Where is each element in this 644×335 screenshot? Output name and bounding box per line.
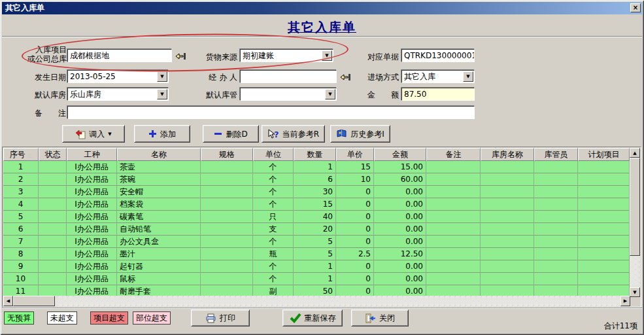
cell[interactable]: 0 <box>336 211 374 223</box>
cell[interactable]: I办公用品 <box>67 186 117 198</box>
cell[interactable] <box>201 260 253 273</box>
cell[interactable]: 8 <box>3 248 39 260</box>
table-row[interactable]: 8I办公用品墨汁瓶52.512.50 <box>3 248 630 260</box>
cell[interactable]: 0 <box>336 198 374 211</box>
column-header[interactable]: 备注 <box>426 148 481 161</box>
cell[interactable] <box>39 186 67 198</box>
horizontal-scrollbar[interactable]: ◀ ▶ <box>3 296 630 306</box>
scroll-up-icon[interactable]: ▲ <box>630 148 640 158</box>
cell[interactable] <box>426 248 481 260</box>
cell[interactable]: 10 <box>3 273 39 285</box>
cell[interactable]: 6 <box>294 173 336 186</box>
scroll-down-icon[interactable]: ▼ <box>630 287 640 297</box>
cell[interactable] <box>39 260 67 273</box>
horizontal-scroll-thumb[interactable] <box>13 296 55 306</box>
cell[interactable] <box>426 273 481 285</box>
delete-button[interactable]: 删除D <box>203 125 259 143</box>
cell[interactable] <box>534 173 578 186</box>
cell[interactable]: 7 <box>3 236 39 248</box>
column-header[interactable]: 数量 <box>294 148 336 161</box>
date-select[interactable]: 2013-05-25 ▼ <box>67 70 169 83</box>
cell[interactable] <box>426 260 481 273</box>
cell[interactable]: 1 <box>294 161 336 173</box>
close-button[interactable]: 关闭 <box>351 309 409 326</box>
picker-hand-icon[interactable] <box>175 51 187 62</box>
cell[interactable]: 15 <box>336 161 374 173</box>
column-header[interactable]: 单价 <box>336 148 374 161</box>
table-row[interactable]: 10I办公用品鼠标个100.00 <box>3 273 630 285</box>
cell[interactable] <box>39 223 67 236</box>
cell[interactable]: 5 <box>294 248 336 260</box>
cell[interactable]: 6 <box>3 223 39 236</box>
column-header[interactable]: 序号△ <box>3 148 39 161</box>
cell[interactable]: I办公用品 <box>67 223 117 236</box>
cell[interactable] <box>481 223 534 236</box>
cell[interactable]: 40 <box>294 211 336 223</box>
cell[interactable] <box>481 211 534 223</box>
import-button[interactable]: 调入 ▼ <box>62 125 125 143</box>
cell[interactable] <box>534 223 578 236</box>
cell[interactable]: 2.5 <box>336 248 374 260</box>
cell[interactable] <box>481 236 534 248</box>
cell[interactable] <box>39 161 67 173</box>
cell[interactable] <box>578 173 630 186</box>
cell[interactable] <box>201 273 253 285</box>
cell[interactable]: 15.00 <box>374 161 426 173</box>
cell[interactable]: 3 <box>3 186 39 198</box>
column-header[interactable]: 金额 <box>374 148 426 161</box>
cell[interactable] <box>481 161 534 173</box>
cell[interactable] <box>578 260 630 273</box>
cell[interactable] <box>534 260 578 273</box>
handler-input[interactable] <box>240 70 337 83</box>
cell[interactable] <box>578 236 630 248</box>
history-reference-button[interactable]: 历史参考I <box>330 125 390 143</box>
column-header[interactable]: 名称 <box>117 148 201 161</box>
scroll-right-icon[interactable]: ▶ <box>620 296 630 306</box>
cell[interactable]: 个 <box>253 236 294 248</box>
cell[interactable]: 2 <box>3 173 39 186</box>
cell[interactable]: 瓶 <box>253 248 294 260</box>
cell[interactable] <box>201 223 253 236</box>
title-bar[interactable]: 其它入库单 × <box>2 2 642 14</box>
chevron-down-icon[interactable]: ▼ <box>325 89 335 99</box>
cell[interactable]: 30 <box>294 186 336 198</box>
cell[interactable]: 0.00 <box>374 260 426 273</box>
cell[interactable]: I办公用品 <box>67 273 117 285</box>
cell[interactable] <box>534 248 578 260</box>
cell[interactable] <box>578 211 630 223</box>
cell[interactable] <box>201 248 253 260</box>
cell[interactable] <box>578 273 630 285</box>
cell[interactable]: 1 <box>294 260 336 273</box>
cell[interactable]: 0.00 <box>374 223 426 236</box>
cell[interactable]: 0.00 <box>374 186 426 198</box>
add-button[interactable]: 添加 <box>134 125 190 143</box>
cell[interactable] <box>39 248 67 260</box>
chevron-down-icon[interactable]: ▼ <box>322 50 332 61</box>
picker-hand-icon[interactable] <box>340 72 352 82</box>
cell[interactable] <box>481 198 534 211</box>
cell[interactable] <box>201 198 253 211</box>
keeper-select[interactable]: ▼ <box>240 88 337 101</box>
cell[interactable] <box>426 198 481 211</box>
cell[interactable]: 个 <box>253 161 294 173</box>
remark-input[interactable] <box>67 106 475 119</box>
column-header[interactable]: 计划项目 <box>578 148 630 161</box>
cell[interactable] <box>201 173 253 186</box>
cell[interactable]: 个 <box>253 273 294 285</box>
cell[interactable]: I办公用品 <box>67 161 117 173</box>
cell[interactable]: 15 <box>294 198 336 211</box>
cell[interactable]: 1 <box>294 273 336 285</box>
cell[interactable] <box>578 223 630 236</box>
cell[interactable]: 0.00 <box>374 273 426 285</box>
column-header[interactable]: 状态 <box>39 148 67 161</box>
table-row[interactable]: 4I办公用品档案袋个1500.00 <box>3 198 630 211</box>
cell[interactable] <box>201 236 253 248</box>
table-row[interactable]: 5I办公用品碳素笔只4000.00 <box>3 211 630 223</box>
cell[interactable] <box>534 186 578 198</box>
column-header[interactable]: 规格 <box>201 148 253 161</box>
table-row[interactable]: 1I办公用品茶壶个11515.00 <box>3 161 630 173</box>
cell[interactable] <box>426 173 481 186</box>
cell[interactable] <box>534 273 578 285</box>
project-input[interactable]: 成都根据地 <box>67 49 172 62</box>
cell[interactable] <box>578 186 630 198</box>
